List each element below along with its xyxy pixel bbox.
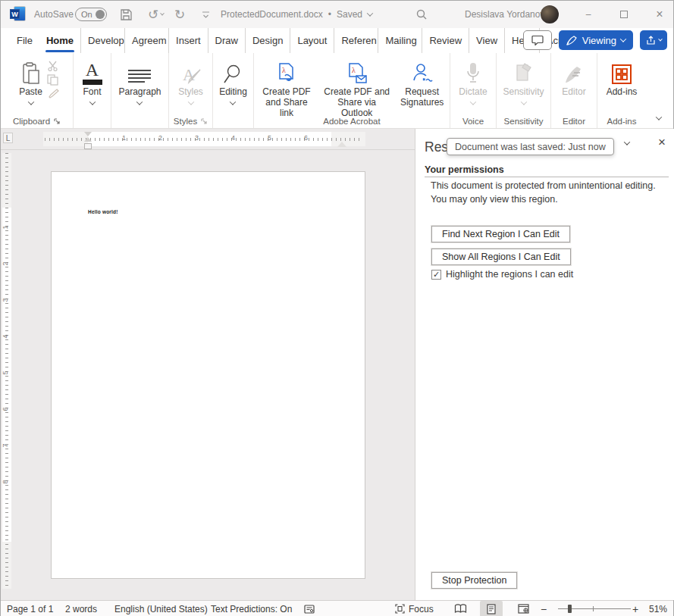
toggle-knob-icon <box>96 10 105 19</box>
avatar[interactable] <box>541 5 559 23</box>
editing-button[interactable]: Editing <box>215 58 252 128</box>
styles-dialog-launcher-icon[interactable] <box>201 118 208 125</box>
group-sensitivity: Sensitivity Sensitivity <box>497 53 551 128</box>
addins-group-label: Add-ins <box>597 117 646 126</box>
editing-icon <box>223 59 243 85</box>
tab-file[interactable]: File <box>10 28 39 53</box>
save-tooltip: Document was last saved: Just now <box>447 138 614 155</box>
word-count[interactable]: 2 words <box>65 601 97 616</box>
zoom-out-button[interactable]: − <box>541 601 547 616</box>
hruler-number: 1 <box>122 134 126 142</box>
page-indicator[interactable]: Page 1 of 1 <box>7 601 53 616</box>
copy-icon[interactable] <box>47 74 59 86</box>
first-line-indent-marker[interactable] <box>84 132 92 136</box>
focus-icon <box>395 604 405 614</box>
svg-text:λ: λ <box>352 66 356 74</box>
focus-mode-button[interactable]: Focus <box>395 601 434 616</box>
tab-view[interactable]: View <box>469 28 504 53</box>
ribbon: Paste Clipboard A Font <box>1 53 673 129</box>
tab-review[interactable]: Review <box>422 28 469 53</box>
permissions-divider <box>425 177 669 177</box>
tab-selector[interactable]: L <box>3 133 13 143</box>
document-title-group[interactable]: ProtectedDocument.docx • Saved <box>221 1 372 28</box>
svg-text:λ: λ <box>282 66 286 74</box>
zoom-slider-thumb[interactable] <box>568 605 572 613</box>
undo-icon[interactable]: ↺ <box>143 5 163 24</box>
language-indicator[interactable]: English (United States) <box>114 601 208 616</box>
close-button[interactable]: × <box>647 1 672 28</box>
highlight-regions-checkbox-row[interactable]: ✓ Highlight the regions I can edit <box>431 269 573 280</box>
tab-mailings[interactable]: Mailing <box>378 28 422 53</box>
tab-design[interactable]: Design <box>245 28 290 53</box>
minimize-button[interactable]: – <box>575 1 601 28</box>
tab-references[interactable]: Referen <box>334 28 378 53</box>
font-button[interactable]: A Font <box>78 58 107 128</box>
left-indent-marker[interactable] <box>84 143 92 149</box>
dictate-chevron-icon <box>470 98 476 105</box>
proofing-icon[interactable] <box>304 601 315 616</box>
web-layout-button[interactable] <box>518 601 529 616</box>
document-title: ProtectedDocument.docx <box>221 9 323 20</box>
vruler-number: 1 <box>2 225 9 229</box>
user-name[interactable]: Desislava Yordanova <box>465 1 550 28</box>
paragraph-icon <box>128 59 151 85</box>
comments-button[interactable] <box>523 30 552 50</box>
styles-group-label: Styles <box>169 117 212 126</box>
tab-developer[interactable]: Develop <box>80 28 124 53</box>
autosave-toggle[interactable]: On <box>75 8 107 21</box>
word-app-icon[interactable]: W <box>10 1 27 28</box>
redo-icon[interactable]: ↻ <box>170 5 190 24</box>
checkbox-checked-icon[interactable]: ✓ <box>431 270 441 280</box>
hanging-indent-marker[interactable] <box>84 137 92 142</box>
cut-icon[interactable] <box>47 61 59 71</box>
document-page[interactable]: Hello world! <box>51 171 365 579</box>
comment-icon <box>531 35 544 45</box>
highlight-regions-label: Highlight the regions I can edit <box>446 269 573 280</box>
pdf-outlook-icon: λ <box>346 59 368 85</box>
search-icon[interactable] <box>412 5 431 24</box>
vertical-ruler[interactable]: 1 2 3 4 5 6 7 8 <box>2 153 11 589</box>
tab-layout[interactable]: Layout <box>290 28 334 53</box>
print-layout-button[interactable] <box>480 601 503 616</box>
read-mode-button[interactable] <box>454 601 467 616</box>
viewing-mode-button[interactable]: Viewing <box>559 30 633 50</box>
qat-overflow-icon[interactable] <box>196 5 215 24</box>
vruler-number: 6 <box>2 407 9 411</box>
tabrow-right-controls: Viewing <box>523 30 667 50</box>
paragraph-chevron-icon <box>136 98 143 105</box>
tab-insert[interactable]: Insert <box>168 28 208 53</box>
group-voice: Dictate Voice <box>450 53 497 128</box>
zoom-in-button[interactable]: + <box>632 601 638 616</box>
maximize-button[interactable] <box>611 1 637 28</box>
signatures-icon <box>412 59 433 85</box>
viewing-pen-icon <box>566 36 578 45</box>
format-painter-icon[interactable] <box>47 89 59 98</box>
document-area: L 1 2 3 4 5 6 1 2 <box>1 129 415 600</box>
sensitivity-group-label: Sensitivity <box>497 117 550 126</box>
find-next-region-button[interactable]: Find Next Region I Can Edit <box>431 226 570 242</box>
vruler-number: 7 <box>2 443 9 447</box>
zoom-slider-midpoint <box>593 606 594 611</box>
permissions-line2: You may only view this region. <box>431 194 558 205</box>
show-all-regions-button[interactable]: Show All Regions I Can Edit <box>431 249 571 265</box>
text-predictions-indicator[interactable]: Text Predictions: On <box>211 601 292 616</box>
dictate-mic-icon <box>466 59 480 85</box>
horizontal-ruler[interactable]: 1 2 3 4 5 6 <box>13 132 403 146</box>
editing-label: Editing <box>219 86 247 97</box>
save-icon[interactable] <box>116 5 136 24</box>
collapse-ribbon-icon[interactable] <box>656 114 662 120</box>
pane-collapse-icon[interactable] <box>624 139 630 145</box>
stop-protection-button[interactable]: Stop Protection <box>431 572 517 589</box>
zoom-percentage[interactable]: 51% <box>649 601 667 616</box>
clipboard-dialog-launcher-icon[interactable] <box>54 118 61 125</box>
paragraph-button[interactable]: Paragraph <box>114 58 165 128</box>
tab-draw[interactable]: Draw <box>208 28 245 53</box>
share-button[interactable] <box>640 30 667 50</box>
tab-home[interactable]: Home <box>39 28 80 53</box>
pane-close-icon[interactable]: × <box>654 135 670 150</box>
right-indent-marker[interactable] <box>337 142 346 147</box>
document-text[interactable]: Hello world! <box>88 209 118 214</box>
share-chevron-icon <box>658 37 663 42</box>
pdf-link-label: Create PDF and Share link <box>259 86 315 118</box>
tab-agreement[interactable]: Agreem <box>124 28 168 53</box>
